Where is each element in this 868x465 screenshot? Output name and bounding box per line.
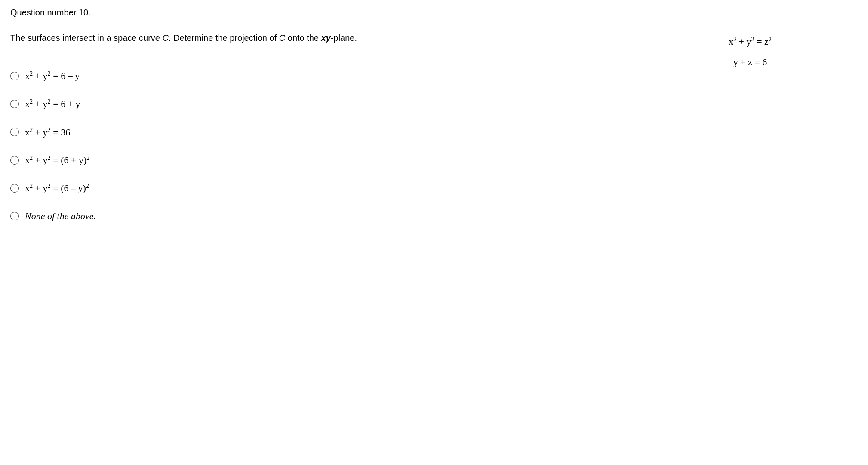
- question-number: Question number 10.: [10, 8, 858, 18]
- radio-4[interactable]: [10, 156, 19, 165]
- radio-5[interactable]: [10, 184, 19, 193]
- option-6-label: None of the above.: [25, 211, 96, 222]
- radio-3[interactable]: [10, 128, 19, 136]
- radio-6[interactable]: [10, 212, 19, 220]
- equations-box: x2 + y2 = z2 y + z = 6: [729, 31, 772, 73]
- options-area: x2 + y2 = 6 – y x2 + y2 = 6 + y x2 + y2 …: [10, 70, 858, 222]
- option-6[interactable]: None of the above.: [10, 211, 858, 222]
- option-3[interactable]: x2 + y2 = 36: [10, 126, 858, 138]
- option-2[interactable]: x2 + y2 = 6 + y: [10, 98, 858, 110]
- option-5-label: x2 + y2 = (6 – y)2: [25, 182, 89, 194]
- option-2-label: x2 + y2 = 6 + y: [25, 98, 80, 110]
- option-1-label: x2 + y2 = 6 – y: [25, 70, 80, 82]
- radio-2[interactable]: [10, 100, 19, 108]
- option-4-label: x2 + y2 = (6 + y)2: [25, 154, 89, 166]
- radio-1[interactable]: [10, 72, 19, 80]
- option-5[interactable]: x2 + y2 = (6 – y)2: [10, 182, 858, 194]
- option-4[interactable]: x2 + y2 = (6 + y)2: [10, 154, 858, 166]
- option-3-label: x2 + y2 = 36: [25, 126, 70, 138]
